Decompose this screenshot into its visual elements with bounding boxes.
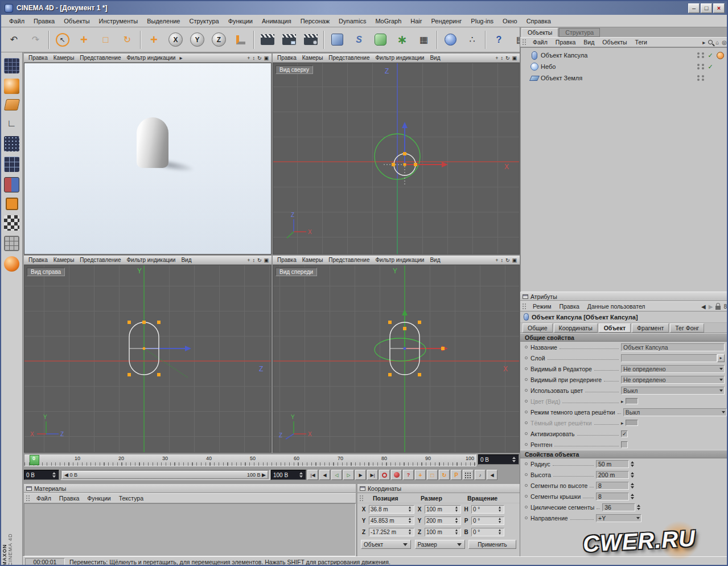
timeline-range-slider[interactable]: ◀ 0 B 100 B ▶ <box>60 470 270 480</box>
viewport-front[interactable]: Правка Камеры Представление Фильтр индик… <box>273 256 520 453</box>
menu-animation[interactable]: Анимация <box>257 17 296 26</box>
sound-toggle-button[interactable]: ♪ <box>475 470 486 480</box>
menu-structure[interactable]: Структура <box>184 17 223 26</box>
vp-menu-view[interactable]: Вид <box>178 257 194 263</box>
spinner-icon[interactable] <box>496 517 503 524</box>
vp-menu-cameras[interactable]: Камеры <box>299 55 326 61</box>
viewport-right-canvas[interactable]: Вид справа Y Z <box>24 265 272 453</box>
object-row-floor[interactable]: Объект Земля ✓ <box>522 72 727 84</box>
search-icon[interactable] <box>708 40 713 44</box>
add-environment-button[interactable] <box>440 29 461 51</box>
menu-window[interactable]: Окно <box>498 17 522 26</box>
undo-button[interactable]: ↶ <box>3 29 24 51</box>
attributes-header[interactable]: Атрибуты <box>520 292 728 301</box>
vp-menu-view[interactable]: Вид <box>427 257 443 263</box>
viewport-top[interactable]: Правка Камеры Представление Фильтр индик… <box>273 54 520 255</box>
attr-menu-edit[interactable]: Правка <box>555 303 583 310</box>
vp-menu-filter[interactable]: Фильтр индикации <box>372 257 427 263</box>
grip-icon[interactable] <box>522 39 527 46</box>
vp-rotate-icon[interactable]: ↻ <box>257 55 262 61</box>
history-back-icon[interactable]: ◀ <box>701 303 706 310</box>
expand-icon[interactable]: ▸ <box>621 399 624 404</box>
name-field[interactable]: Объект Капсула <box>621 343 725 351</box>
object-axis-icon[interactable]: ∟ <box>4 116 19 131</box>
materials-header[interactable]: Материалы <box>24 484 356 493</box>
vp-menu-edit[interactable]: Правка <box>26 55 51 61</box>
materials-menu-texture[interactable]: Текстура <box>115 495 147 502</box>
add-deformer-button[interactable]: ▦ <box>413 29 434 51</box>
viewport-perspective[interactable]: Правка Камеры Представление Фильтр индик… <box>24 54 272 255</box>
timeline-ruler[interactable]: 0 10 20 30 40 50 60 70 80 90 100 <box>24 454 476 466</box>
home-icon[interactable]: ⌂ <box>715 39 719 46</box>
spinner-icon[interactable] <box>406 517 413 524</box>
spinner-icon[interactable] <box>298 471 304 479</box>
menu-functions[interactable]: Функции <box>224 17 257 26</box>
vp-rotate-icon[interactable]: ↻ <box>505 55 510 61</box>
autokey-button[interactable] <box>391 470 402 480</box>
close-button[interactable]: × <box>713 3 725 13</box>
vp-rotate-icon[interactable]: ↻ <box>257 257 262 263</box>
coordinate-system-button[interactable] <box>230 29 251 51</box>
spinner-icon[interactable] <box>453 517 459 524</box>
menu-hair[interactable]: Hair <box>406 17 426 26</box>
add-primitive-button[interactable] <box>327 29 348 51</box>
texture-axis-icon[interactable] <box>6 198 18 210</box>
om-menu-objects[interactable]: Объекты <box>598 39 631 46</box>
texture-mode-icon[interactable] <box>4 79 19 94</box>
object-row-sky[interactable]: Небо ✓ <box>522 61 727 72</box>
vp-zoom-icon[interactable]: ↕ <box>500 257 503 263</box>
render-settings-button[interactable] <box>300 29 321 51</box>
tab-coordinates[interactable]: Координаты <box>554 323 598 333</box>
play-forward-button[interactable]: ▷ <box>343 470 354 480</box>
materials-menu-functions[interactable]: Функции <box>83 495 114 502</box>
link-icon[interactable]: 8 <box>723 303 727 310</box>
vp-maximize-icon[interactable]: ▣ <box>512 55 517 61</box>
object-tree[interactable]: Объект Капсула ✓ Небо ✓ Объект Земля ✓ <box>520 47 728 292</box>
lock-z-axis-button[interactable]: Z <box>208 29 229 51</box>
viewport-front-canvas[interactable]: Вид спереди <box>273 265 520 453</box>
render-visibility-dots[interactable] <box>702 52 704 58</box>
use-color-dropdown[interactable]: Выкл <box>621 387 725 395</box>
workplane-icon[interactable] <box>3 99 19 110</box>
collapse-timeline-button[interactable]: ◀ <box>487 470 497 480</box>
tab-basic[interactable]: Общие <box>523 323 553 333</box>
menu-plugins[interactable]: Plug-ins <box>466 17 498 26</box>
height-segments-field[interactable]: 8 <box>596 482 629 490</box>
vp-rotate-icon[interactable]: ↻ <box>505 257 510 263</box>
goto-start-button[interactable]: |◀ <box>307 470 318 480</box>
spinner-icon[interactable] <box>453 506 459 512</box>
vp-zoom-icon[interactable]: ↕ <box>252 257 255 263</box>
lock-x-axis-button[interactable]: X <box>165 29 186 51</box>
vp-menu-display[interactable]: Представление <box>326 257 372 263</box>
vp-menu-display[interactable]: Представление <box>77 257 124 263</box>
rotation-segments-field[interactable]: 36 <box>602 503 635 511</box>
rotation-p-field[interactable]: 0 ° <box>471 516 504 525</box>
play-backward-button[interactable]: ◁ <box>331 470 342 480</box>
spinner-icon[interactable] <box>51 471 57 479</box>
spinner-icon[interactable] <box>511 456 517 464</box>
layer-browse-icon[interactable]: ▸ <box>717 354 725 362</box>
tab-objects[interactable]: Объекты <box>521 28 558 37</box>
c4d-sphere-icon[interactable] <box>4 256 19 272</box>
menu-edit[interactable]: Правка <box>29 17 59 26</box>
grid-toggle-icon[interactable] <box>4 236 19 251</box>
menu-mograph[interactable]: MoGraph <box>371 17 406 26</box>
vp-menu-display[interactable]: Представление <box>77 55 124 61</box>
size-x-field[interactable]: 100 m <box>425 505 461 514</box>
move-tool-button[interactable]: + <box>73 29 94 51</box>
menu-character[interactable]: Персонаж <box>296 17 334 26</box>
size-mode-dropdown[interactable]: Размер <box>415 540 465 549</box>
grip-icon[interactable] <box>26 495 31 502</box>
size-y-field[interactable]: 200 m <box>425 516 461 525</box>
slider-right-arrow-icon[interactable]: ▶ <box>261 472 266 478</box>
size-z-field[interactable]: 100 m <box>425 528 461 536</box>
coordinate-mode-dropdown[interactable]: Объект <box>361 540 411 549</box>
viewport-right[interactable]: Правка Камеры Представление Фильтр индик… <box>24 256 272 453</box>
attr-menu-userdata[interactable]: Данные пользовател <box>583 303 649 310</box>
help-button[interactable]: ? <box>488 29 509 51</box>
vp-menu-cameras[interactable]: Камеры <box>51 257 77 263</box>
grip-icon[interactable] <box>522 303 527 310</box>
model-mode-icon[interactable] <box>4 58 19 73</box>
color-swatch[interactable] <box>626 420 638 426</box>
record-scale-toggle[interactable]: □ <box>427 470 438 480</box>
